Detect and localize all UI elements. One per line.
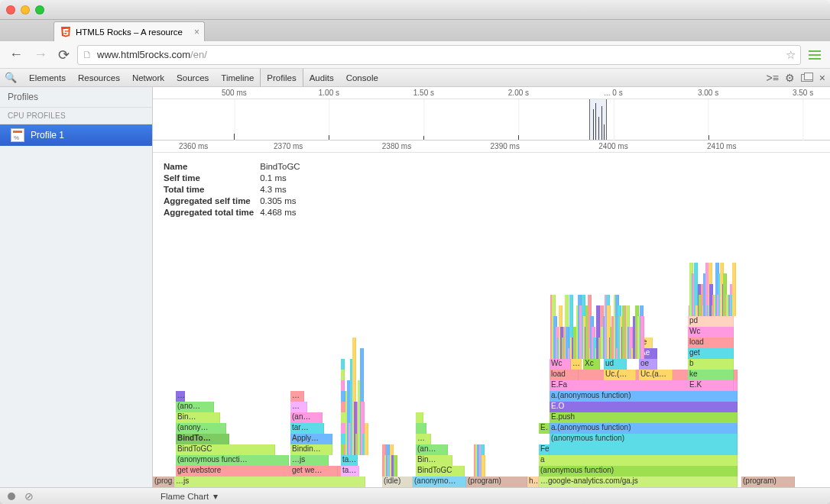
detail-ruler: 2360 ms2370 ms2380 ms2390 ms2400 ms2410 …: [153, 141, 830, 153]
console-toggle-icon[interactable]: >≡: [766, 72, 778, 84]
page-icon: 🗋: [83, 49, 92, 60]
flame-block[interactable]: (idle): [382, 477, 413, 487]
forward-button[interactable]: →: [31, 45, 50, 64]
flame-block[interactable]: Uc.(a…: [639, 370, 673, 380]
flame-block[interactable]: [416, 423, 426, 434]
flame-block[interactable]: …js: [174, 477, 365, 487]
flame-block[interactable]: (prog…: [153, 477, 174, 487]
flame-block[interactable]: ta…: [341, 455, 358, 466]
inspect-icon[interactable]: 🔍: [5, 72, 17, 83]
flame-spike: [481, 455, 485, 477]
flame-block[interactable]: (ano…: [176, 402, 214, 412]
flame-block[interactable]: [341, 380, 345, 391]
detail-tick: 2410 ms: [707, 142, 736, 150]
flame-block[interactable]: [341, 370, 345, 380]
flame-block[interactable]: Wc: [688, 327, 734, 338]
flame-block[interactable]: E.push: [550, 412, 738, 423]
sidebar-heading: Profiles: [0, 87, 152, 108]
devtools-tab-timeline[interactable]: Timeline: [215, 69, 260, 86]
html5-icon: [60, 26, 71, 38]
flame-block[interactable]: a: [539, 455, 738, 466]
browser-tab[interactable]: HTML5 Rocks – A resource ×: [53, 21, 205, 41]
flame-block[interactable]: Uc.(…: [604, 370, 636, 380]
flame-block[interactable]: Bindin…: [290, 444, 332, 455]
close-devtools-icon[interactable]: ×: [819, 72, 825, 84]
overview-ruler: 500 ms1.00 s1.50 s2.00 s... 0 s3.00 s3.5…: [153, 87, 830, 99]
devtools-tab-resources[interactable]: Resources: [72, 69, 126, 86]
flame-block[interactable]: tar…: [290, 423, 324, 434]
flame-block[interactable]: (anonymous function): [550, 434, 738, 444]
flame-block[interactable]: [416, 412, 423, 423]
devtools-tab-console[interactable]: Console: [340, 69, 384, 86]
flame-block[interactable]: b: [688, 359, 734, 370]
flame-block[interactable]: (an…: [416, 444, 448, 455]
flame-block[interactable]: BindTo…: [176, 434, 229, 444]
flame-block[interactable]: Apply…: [290, 434, 332, 444]
tooltip-val: 0.305 ms: [260, 196, 304, 206]
reload-button[interactable]: ⟳: [55, 45, 73, 65]
detail-tick: 2370 ms: [274, 142, 303, 150]
flame-block[interactable]: ke: [688, 370, 734, 380]
devtools-tab-audits[interactable]: Audits: [303, 69, 340, 86]
flame-block[interactable]: E.O: [550, 402, 738, 412]
flame-block[interactable]: …: [176, 391, 185, 402]
flame-block[interactable]: get: [688, 348, 734, 359]
flame-block[interactable]: h…: [527, 477, 539, 487]
flame-block[interactable]: (anony…: [176, 423, 226, 434]
flame-block[interactable]: …google-analytics.com/ga.js: [539, 477, 738, 487]
devtools-tab-elements[interactable]: Elements: [23, 69, 72, 86]
flame-block[interactable]: oe: [639, 359, 657, 370]
flame-block[interactable]: BindToGC: [176, 444, 275, 455]
flame-block[interactable]: [341, 391, 345, 402]
flame-block[interactable]: Fe: [539, 444, 738, 455]
flame-block[interactable]: (program): [466, 477, 527, 487]
record-icon[interactable]: [8, 493, 15, 500]
timeline-overview[interactable]: 500 ms1.00 s1.50 s2.00 s... 0 s3.00 s3.5…: [153, 87, 830, 141]
flame-block[interactable]: BindToGC: [416, 466, 465, 477]
flame-block[interactable]: Bin…: [176, 412, 220, 423]
flame-block[interactable]: get we…: [290, 466, 338, 477]
flame-block[interactable]: …: [416, 434, 431, 444]
flame-block[interactable]: Fe: [539, 444, 550, 455]
flame-block[interactable]: …: [290, 391, 304, 402]
back-button[interactable]: ←: [6, 45, 26, 64]
bookmark-icon[interactable]: ☆: [786, 48, 796, 62]
flame-block[interactable]: …: [290, 402, 307, 412]
devtools-tab-profiles[interactable]: Profiles: [260, 69, 303, 86]
view-selector[interactable]: Flame Chart ▾: [153, 491, 225, 502]
devtools-tab-sources[interactable]: Sources: [170, 69, 215, 86]
devtools-tab-network[interactable]: Network: [126, 69, 170, 86]
flame-block[interactable]: Xc: [583, 359, 600, 370]
flame-block[interactable]: …: [571, 359, 582, 370]
close-tab-icon[interactable]: ×: [194, 27, 199, 37]
flame-block[interactable]: Wc: [550, 359, 571, 370]
flame-block[interactable]: load: [550, 370, 579, 380]
flame-block[interactable]: (an…: [290, 412, 323, 423]
flame-block[interactable]: a.(anonymous function): [550, 391, 738, 402]
address-bar[interactable]: 🗋 www.html5rocks.com/en/ ☆: [77, 45, 801, 65]
sidebar-item-profile[interactable]: Profile 1: [0, 124, 152, 146]
flame-block[interactable]: [341, 359, 345, 370]
minimize-window-icon[interactable]: [21, 5, 30, 15]
zoom-window-icon[interactable]: [35, 5, 44, 15]
flame-block[interactable]: a.(anonymous function): [550, 423, 738, 434]
settings-gear-icon[interactable]: ⚙: [785, 72, 795, 84]
flame-block[interactable]: (anonymous function): [539, 466, 738, 477]
flame-block[interactable]: Bin…: [416, 455, 452, 466]
flame-block[interactable]: ud: [604, 359, 627, 370]
dock-icon[interactable]: [801, 74, 813, 82]
flame-block[interactable]: E…: [539, 423, 550, 434]
flame-block[interactable]: …js: [290, 455, 329, 466]
flame-block[interactable]: pd: [688, 316, 734, 327]
detail-tick: 2380 ms: [382, 142, 411, 150]
flame-block[interactable]: ta…: [341, 466, 359, 477]
flame-block[interactable]: load: [688, 338, 734, 348]
flame-block[interactable]: (anonymous functi…: [176, 455, 289, 466]
flame-block[interactable]: E.K: [688, 380, 734, 391]
flame-chart[interactable]: NameBindToGC Self time0.1 ms Total time4…: [153, 153, 830, 487]
close-window-icon[interactable]: [6, 5, 15, 15]
flame-block[interactable]: (program): [741, 477, 795, 487]
menu-icon[interactable]: [806, 47, 824, 63]
flame-block[interactable]: (anonymo…: [413, 477, 466, 487]
clear-icon[interactable]: ⊘: [24, 490, 34, 502]
